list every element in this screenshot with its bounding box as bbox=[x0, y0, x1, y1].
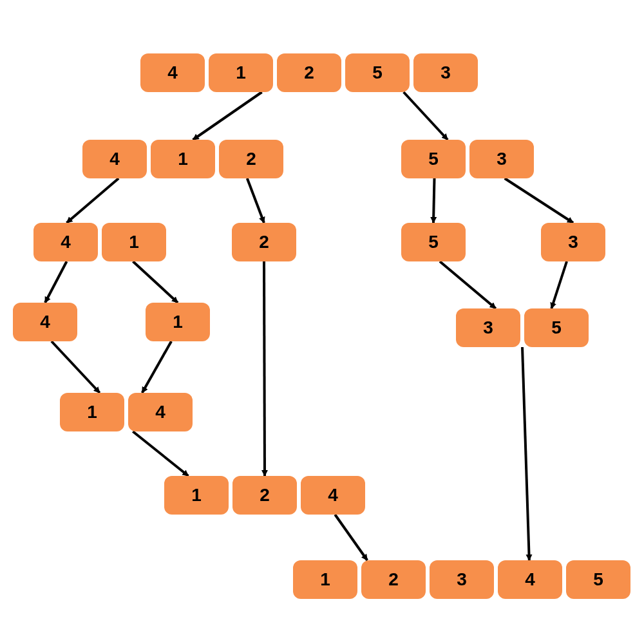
array-cell: 4 bbox=[82, 140, 147, 178]
array-cell: 1 bbox=[102, 223, 166, 261]
array-node-LLm: 14 bbox=[60, 393, 193, 431]
array-node-final: 12345 bbox=[293, 560, 630, 599]
array-cell: 5 bbox=[566, 560, 630, 599]
array-cell: 4 bbox=[128, 393, 193, 431]
array-cell: 3 bbox=[541, 223, 605, 261]
merge-sort-diagram: 41253412534125341143512412345 bbox=[0, 0, 644, 644]
array-node-root: 41253 bbox=[140, 53, 478, 92]
array-cell: 3 bbox=[469, 140, 534, 178]
array-cell: 1 bbox=[164, 476, 229, 515]
array-cell: 1 bbox=[209, 53, 273, 92]
array-cell: 5 bbox=[524, 308, 589, 347]
arrow bbox=[45, 261, 67, 303]
array-node-LLL: 4 bbox=[13, 303, 77, 341]
array-cell: 4 bbox=[13, 303, 77, 341]
array-cell: 3 bbox=[413, 53, 478, 92]
array-node-RL: 5 bbox=[401, 223, 466, 261]
arrow bbox=[52, 341, 100, 393]
array-node-LR: 2 bbox=[232, 223, 296, 261]
array-cell: 2 bbox=[232, 223, 296, 261]
array-node-LLR: 1 bbox=[146, 303, 210, 341]
array-cell: 1 bbox=[151, 140, 215, 178]
array-node-RR: 3 bbox=[541, 223, 605, 261]
array-cell: 2 bbox=[361, 560, 426, 599]
array-node-Lmerge: 124 bbox=[164, 476, 365, 515]
array-cell: 5 bbox=[345, 53, 410, 92]
arrow bbox=[133, 431, 188, 476]
arrow bbox=[247, 178, 264, 223]
array-cell: 3 bbox=[430, 560, 494, 599]
array-cell: 1 bbox=[146, 303, 210, 341]
array-cell: 3 bbox=[456, 308, 520, 347]
arrow bbox=[404, 92, 448, 140]
array-node-Rm: 35 bbox=[456, 308, 589, 347]
array-node-R: 53 bbox=[401, 140, 534, 178]
array-cell: 4 bbox=[498, 560, 562, 599]
array-node-L: 412 bbox=[82, 140, 283, 178]
array-cell: 2 bbox=[277, 53, 341, 92]
arrow bbox=[335, 515, 367, 560]
array-cell: 2 bbox=[232, 476, 297, 515]
arrow bbox=[505, 178, 573, 223]
array-cell: 1 bbox=[293, 560, 357, 599]
array-cell: 5 bbox=[401, 140, 466, 178]
arrow bbox=[67, 178, 119, 223]
array-cell: 4 bbox=[140, 53, 205, 92]
arrow bbox=[264, 261, 265, 476]
array-cell: 2 bbox=[219, 140, 283, 178]
arrow bbox=[142, 341, 171, 393]
arrow bbox=[193, 92, 262, 140]
array-node-LL: 41 bbox=[33, 223, 166, 261]
arrow bbox=[433, 178, 435, 223]
arrow bbox=[522, 347, 529, 560]
array-cell: 5 bbox=[401, 223, 466, 261]
array-cell: 4 bbox=[33, 223, 98, 261]
arrow bbox=[440, 261, 496, 308]
array-cell: 1 bbox=[60, 393, 124, 431]
array-cell: 4 bbox=[301, 476, 365, 515]
arrow bbox=[133, 261, 178, 303]
arrow bbox=[551, 261, 567, 308]
